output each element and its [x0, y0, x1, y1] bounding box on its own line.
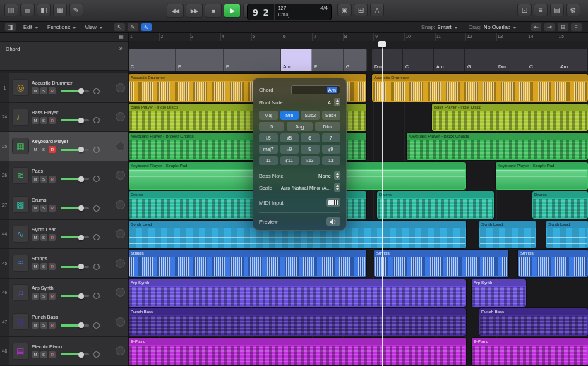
screen-share-icon[interactable]: ⊡	[517, 4, 532, 16]
notes-icon[interactable]: ▤	[550, 4, 564, 16]
track-header-27[interactable]: 27▩DrumsMSR	[0, 190, 128, 220]
solo-button[interactable]: S	[40, 87, 47, 94]
chord-cell-Dm[interactable]: Dm	[496, 49, 527, 71]
track-header-48[interactable]: 48▤Electric PianoMSR	[0, 337, 128, 366]
quality-sus4-button[interactable]: Sus4	[322, 111, 341, 120]
solo-button[interactable]: S	[40, 322, 47, 329]
volume-knob[interactable]	[78, 322, 84, 328]
chord-cell-G[interactable]: G	[344, 49, 367, 71]
midi-capture-icon[interactable]: ∿	[140, 23, 152, 32]
volume-knob[interactable]	[78, 293, 84, 299]
pencil-tool-icon[interactable]: ✎	[127, 23, 139, 32]
pan-knob[interactable]	[93, 234, 100, 240]
region[interactable]: Punch Bass	[479, 308, 588, 336]
snap-menu[interactable]: Snap: Smart	[421, 24, 457, 30]
record-enable-button[interactable]: R	[49, 322, 56, 329]
volume-slider[interactable]	[61, 353, 89, 355]
chord-cell-Am[interactable]: Am	[558, 49, 588, 71]
volume-knob[interactable]	[78, 118, 84, 123]
volume-knob[interactable]	[78, 352, 84, 358]
output-knob[interactable]	[116, 112, 125, 121]
track-header-1[interactable]: 1◎Acoustic DrummerMSR	[0, 73, 128, 103]
record-enable-button[interactable]: R	[49, 263, 56, 270]
chord-region[interactable]: DmCAmGDmCAm	[372, 49, 588, 71]
mixer-icon[interactable]: ▦	[53, 4, 67, 16]
record-enable-button[interactable]: R	[49, 87, 56, 94]
midi-input-button[interactable]	[326, 198, 340, 207]
pan-knob[interactable]	[93, 293, 100, 299]
record-enable-button[interactable]: R	[49, 351, 56, 358]
extension-Dim-button[interactable]: Dim	[315, 122, 340, 131]
list-editor-icon[interactable]: ≡	[534, 4, 548, 16]
count-in-icon[interactable]: △	[370, 4, 384, 16]
track-header-24[interactable]: 24♩Bass PlayerMSR	[0, 103, 128, 133]
solo-button[interactable]: S	[40, 146, 47, 153]
chord-cell-C[interactable]: C	[527, 49, 558, 71]
chord-cell-Am[interactable]: Am	[434, 49, 465, 71]
output-knob[interactable]	[116, 346, 125, 355]
chord-cell-Dm[interactable]: Dm	[372, 49, 403, 71]
playhead-handle[interactable]	[378, 41, 386, 47]
volume-slider[interactable]	[61, 90, 89, 92]
solo-button[interactable]: S	[40, 351, 47, 358]
extension-maj7-button[interactable]: maj7	[259, 145, 278, 154]
extension-7-button[interactable]: 7	[322, 133, 341, 142]
mute-button[interactable]: M	[32, 117, 39, 124]
extension-♯11-button[interactable]: ♯11	[280, 156, 299, 165]
extension-♭9-button[interactable]: ♭9	[280, 145, 299, 154]
volume-knob[interactable]	[78, 205, 84, 211]
pan-knob[interactable]	[93, 351, 100, 358]
region[interactable]: Keyboard Player - Simple Pad	[496, 162, 588, 190]
editors-icon[interactable]: ✎	[69, 4, 83, 16]
output-knob[interactable]	[116, 142, 125, 151]
output-knob[interactable]	[116, 229, 125, 238]
volume-slider[interactable]	[61, 324, 89, 327]
region[interactable]: Drums	[532, 191, 588, 219]
mute-button[interactable]: M	[32, 146, 39, 153]
pan-knob[interactable]	[93, 322, 100, 329]
volume-slider[interactable]	[61, 295, 89, 297]
chord-track-close-icon[interactable]: ⊗	[118, 46, 123, 51]
bass-note-stepper[interactable]: None	[318, 171, 340, 180]
list-icon[interactable]: ≡	[570, 23, 582, 32]
output-knob[interactable]	[116, 317, 125, 327]
volume-slider[interactable]	[61, 119, 89, 121]
chord-cell-G[interactable]: G	[465, 49, 496, 71]
region[interactable]: Drums	[377, 191, 494, 219]
menu-functions[interactable]: Functions	[47, 24, 76, 30]
mute-button[interactable]: M	[32, 351, 39, 358]
preview-button[interactable]	[326, 217, 340, 226]
mute-button[interactable]: M	[32, 263, 39, 270]
solo-button[interactable]: S	[40, 234, 47, 241]
record-enable-button[interactable]: R	[49, 234, 56, 241]
extension-9-button[interactable]: 9	[301, 145, 320, 154]
menu-edit[interactable]: Edit	[23, 24, 38, 30]
chord-name-input[interactable]: Am	[291, 85, 340, 94]
panel-toggle-icon[interactable]: ◨	[4, 23, 16, 32]
region[interactable]: Strings	[518, 250, 588, 277]
region[interactable]: Strings	[374, 250, 508, 277]
scale-stepper[interactable]: Auto (Natural Minor (A…	[281, 183, 340, 192]
mute-button[interactable]: M	[32, 205, 39, 212]
stepper-icon[interactable]	[334, 183, 340, 192]
volume-knob[interactable]	[78, 147, 84, 152]
chord-region[interactable]: CEFAmFG	[128, 49, 367, 71]
region[interactable]: Arp Synth	[128, 279, 466, 307]
chord-cell-C[interactable]: C	[403, 49, 434, 71]
extension-♯5-button[interactable]: ♯5	[280, 133, 299, 142]
inspector-icon[interactable]: ◧	[37, 4, 51, 16]
track-header-47[interactable]: 47◍Punch BassMSR	[0, 307, 128, 337]
mute-button[interactable]: M	[32, 234, 39, 241]
record-enable-button[interactable]: R	[49, 205, 56, 212]
region[interactable]: Bass Player - Indie Disco	[432, 104, 588, 131]
track-sort-icon[interactable]: ▦	[118, 35, 124, 40]
chord-track-header[interactable]: Chord ⊗	[0, 42, 128, 71]
drag-menu[interactable]: Drag: No Overlap	[469, 24, 516, 30]
align-left-icon[interactable]: ⇤	[530, 23, 542, 32]
solo-button[interactable]: S	[40, 205, 47, 212]
region[interactable]: E-Piano	[128, 338, 466, 365]
chord-cell-E[interactable]: E	[176, 49, 224, 71]
volume-knob[interactable]	[78, 176, 84, 182]
extension-♯9-button[interactable]: ♯9	[322, 145, 341, 154]
forward-icon[interactable]: ▶▶	[186, 4, 203, 18]
